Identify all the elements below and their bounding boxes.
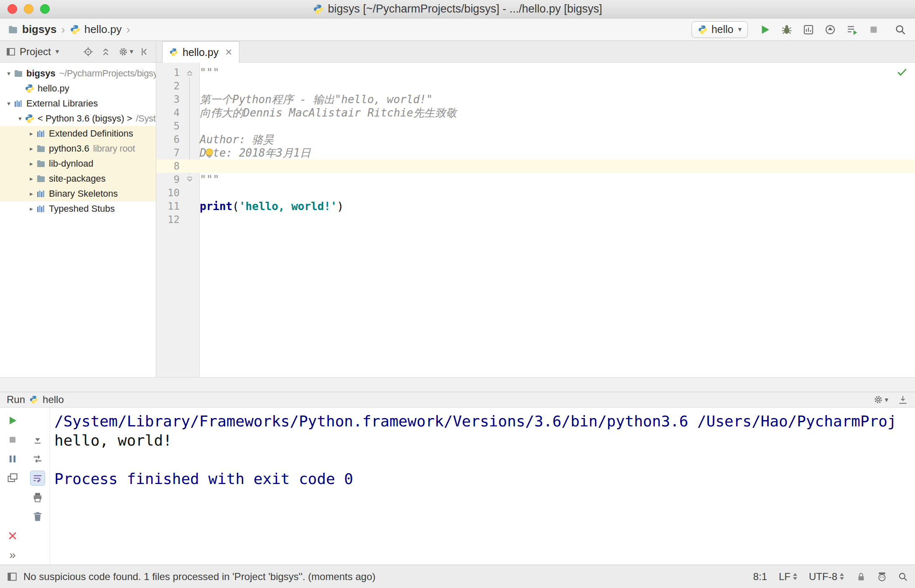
chevron-collapsed-icon[interactable]: ▸ (27, 130, 36, 137)
code-line-4[interactable]: 4向伟大的Dennis MacAlistair Ritchie先生致敬 (156, 106, 915, 119)
clear-all-button[interactable] (30, 509, 45, 524)
chevron-collapsed-icon[interactable]: ▸ (27, 145, 36, 152)
show-console-button[interactable] (5, 471, 20, 486)
chevron-expanded-icon[interactable]: ▾ (4, 70, 13, 77)
run-button[interactable] (758, 23, 772, 37)
breadcrumb-hello-py[interactable]: hello.py (70, 23, 122, 36)
stop-button[interactable] (867, 23, 881, 37)
editor-scrollbar-strip[interactable] (0, 377, 915, 392)
caret-position[interactable]: 8:1 (753, 571, 767, 583)
read-only-toggle-button[interactable] (856, 571, 867, 582)
hide-panel-button[interactable] (140, 46, 151, 57)
chevron-down-icon[interactable]: ▾ (56, 47, 59, 56)
chevron-collapsed-icon[interactable]: ▸ (27, 175, 36, 182)
tree-item-typeshed-stubs[interactable]: ▸Typeshed Stubs (0, 201, 156, 216)
pause-output-button[interactable] (5, 451, 20, 466)
breadcrumb-label: bigsys (22, 23, 56, 36)
tree-item-python-3-6-bigsys[interactable]: ▾< Python 3.6 (bigsys) >/System (0, 111, 156, 126)
library-icon (36, 189, 46, 199)
line-number: 10 (156, 187, 180, 199)
code-line-10[interactable]: 10 (156, 186, 915, 200)
minimize-window-button[interactable] (24, 4, 33, 14)
zoom-button[interactable] (897, 571, 908, 582)
zoom-window-button[interactable] (40, 4, 50, 14)
code-line-1[interactable]: 1""" (156, 66, 915, 79)
tree-item-binary-skeletons[interactable]: ▸Binary Skeletons (0, 186, 156, 201)
updown-icon (793, 573, 797, 580)
tree-item-external-libraries[interactable]: ▾External Libraries (0, 96, 156, 111)
close-window-button[interactable] (8, 4, 17, 14)
debug-button[interactable] (780, 23, 794, 37)
more-actions-button[interactable]: » (5, 547, 20, 563)
search-everywhere-button[interactable] (893, 23, 907, 37)
code-text: print('hello, world!') (200, 200, 343, 213)
intention-bulb-icon[interactable] (203, 147, 216, 160)
close-panel-button[interactable] (5, 528, 20, 543)
fold-bottom-icon[interactable] (186, 176, 193, 183)
console-line: /System/Library/Frameworks/Python.framew… (54, 412, 915, 431)
library-icon (13, 99, 23, 109)
code-line-2[interactable]: 2 (156, 79, 915, 93)
concurrency-diagram-button[interactable] (845, 23, 859, 37)
code-line-12[interactable]: 12 (156, 213, 915, 226)
dock-panel-button[interactable] (897, 394, 908, 405)
profiler-button[interactable] (823, 23, 837, 37)
toolwindow-toggle-button[interactable] (7, 571, 18, 582)
console-output[interactable]: /System/Library/Frameworks/Python.framew… (50, 408, 915, 565)
run-config-label: hello (712, 23, 734, 35)
rerun-button[interactable] (5, 413, 20, 428)
folder-icon (13, 68, 23, 79)
code-token: """ (200, 66, 219, 79)
print-console-button[interactable] (30, 490, 45, 505)
breadcrumb-separator-icon: › (125, 23, 131, 36)
encoding-selector[interactable]: UTF-8 (809, 571, 844, 583)
run-toolbar: » (0, 408, 50, 565)
tree-item-python3-6[interactable]: ▸python3.6library root (0, 141, 156, 156)
settings-button[interactable]: ▾ (118, 46, 133, 57)
soft-wrap-button[interactable] (30, 471, 45, 486)
stop-button[interactable] (5, 432, 20, 447)
tab-hello-py[interactable]: hello.py × (162, 41, 239, 63)
breadcrumb-separator-icon: › (60, 23, 66, 36)
code-line-7[interactable]: 7Date: 2018年3月1日 (156, 146, 915, 160)
tree-item-bigsys[interactable]: ▾bigsys~/PycharmProjects/bigsys (0, 66, 156, 81)
highlighting-level-button[interactable] (877, 571, 887, 582)
project-panel-title[interactable]: Project (20, 46, 51, 58)
line-separator-selector[interactable]: LF (779, 571, 797, 583)
collapse-all-button[interactable] (100, 46, 111, 57)
code-line-8[interactable]: 8 (156, 160, 915, 173)
tree-item-hello-py[interactable]: hello.py (0, 81, 156, 96)
code-line-9[interactable]: 9""" (156, 173, 915, 186)
code-line-5[interactable]: 5 (156, 119, 915, 133)
chevron-collapsed-icon[interactable]: ▸ (27, 190, 36, 198)
breadcrumb-bigsys[interactable]: bigsys (8, 23, 56, 36)
code-token: print (200, 200, 232, 213)
chevron-expanded-icon[interactable]: ▾ (15, 115, 25, 122)
chevron-collapsed-icon[interactable]: ▸ (27, 160, 36, 167)
bug-icon (780, 23, 793, 36)
fold-top-icon[interactable] (186, 69, 193, 76)
code-line-6[interactable]: 6Author: 骆昊 (156, 133, 915, 146)
editor[interactable]: 1"""23第一个Python程序 - 输出"hello, world!"4向伟… (156, 63, 915, 377)
tree-item-lib-dynload[interactable]: ▸lib-dynload (0, 156, 156, 171)
run-config-selector[interactable]: hello ▾ (691, 21, 748, 38)
chevron-expanded-icon[interactable]: ▾ (4, 100, 13, 107)
close-tab-icon[interactable]: × (225, 46, 232, 58)
code-line-3[interactable]: 3第一个Python程序 - 输出"hello, world!" (156, 93, 915, 106)
chevron-collapsed-icon[interactable]: ▸ (27, 205, 36, 213)
encoding-value: UTF-8 (809, 571, 837, 583)
settings-button[interactable]: ▾ (873, 394, 888, 405)
run-toolwindow-title[interactable]: Run (7, 394, 25, 406)
tree-item-site-packages[interactable]: ▸site-packages (0, 171, 156, 186)
status-message[interactable]: No suspicious code found. 1 files proces… (23, 571, 376, 583)
code-line-11[interactable]: 11print('hello, world!') (156, 200, 915, 213)
run-config-name[interactable]: hello (43, 394, 64, 406)
scroll-to-end-button[interactable] (30, 432, 45, 447)
run-with-coverage-button[interactable] (801, 23, 816, 37)
select-opened-file-button[interactable] (83, 46, 94, 57)
profiler-icon (824, 23, 836, 36)
tree-item-extended-definitions[interactable]: ▸Extended Definitions (0, 126, 156, 141)
folder-icon (36, 159, 46, 169)
line-number: 4 (156, 107, 180, 119)
restore-layout-button[interactable] (30, 451, 45, 466)
